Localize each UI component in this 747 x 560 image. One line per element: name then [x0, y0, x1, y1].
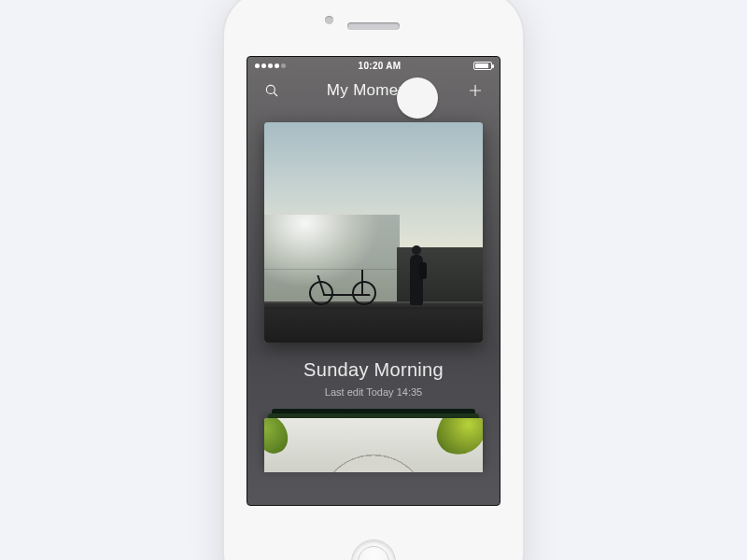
svg-point-0: [266, 85, 275, 93]
content-scroll[interactable]: Sunday Morning Last edit Today 14:35: [247, 107, 500, 505]
moment-title: Sunday Morning: [303, 359, 444, 381]
signal-dots-icon: [255, 63, 286, 68]
device-camera: [325, 16, 333, 24]
moment-card[interactable]: [264, 122, 483, 343]
nav-bar: My Moments: [247, 74, 500, 107]
device-top: [224, 0, 523, 56]
moment-subtitle: Last edit Today 14:35: [325, 386, 422, 398]
next-card-peek: [264, 418, 483, 472]
bicycle-illustration: [307, 262, 378, 305]
device-frame: 10:20 AM My Moments: [224, 0, 523, 560]
status-bar: 10:20 AM: [247, 57, 500, 74]
battery-icon: [473, 62, 492, 70]
device-speaker: [347, 22, 400, 30]
person-illustration: [402, 236, 430, 305]
status-time: 10:20 AM: [359, 61, 402, 71]
avatar[interactable]: [397, 77, 438, 119]
screen: 10:20 AM My Moments: [247, 56, 500, 506]
svg-line-1: [274, 92, 277, 96]
next-card-stack[interactable]: [264, 418, 483, 472]
home-button[interactable]: [351, 539, 396, 560]
add-icon[interactable]: [464, 79, 486, 102]
search-icon[interactable]: [261, 79, 283, 102]
moment-thumbnail: [264, 122, 483, 343]
page-title: My Moments: [247, 81, 500, 100]
